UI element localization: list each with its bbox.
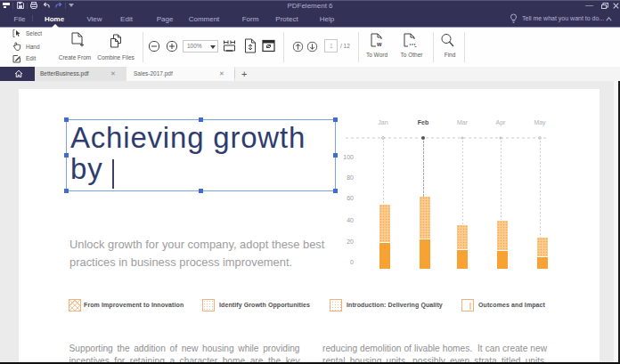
svg-text:w: w (376, 41, 382, 47)
